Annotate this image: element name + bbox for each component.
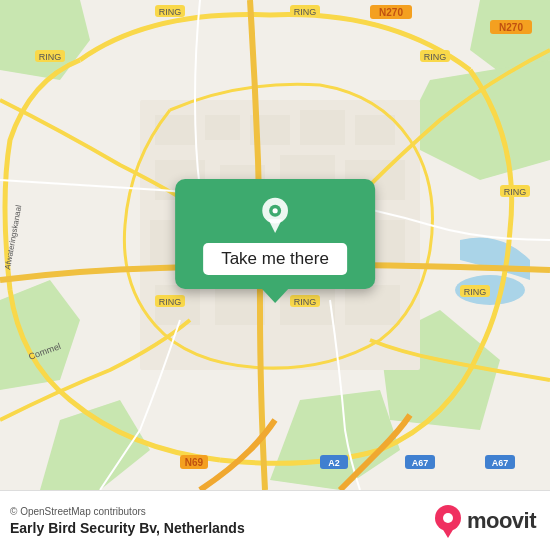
svg-marker-61 [268,219,282,233]
svg-text:RING: RING [159,7,182,17]
map-container[interactable]: RING RING RING RING RING RING RING RING … [0,0,550,490]
osm-credit: © OpenStreetMap contributors [10,506,245,517]
svg-rect-14 [355,115,395,145]
location-pin-icon [257,197,293,233]
svg-text:RING: RING [464,287,487,297]
svg-rect-26 [345,285,400,325]
popup-bubble: Take me there [175,179,375,289]
svg-text:N69: N69 [185,457,204,468]
svg-text:A67: A67 [492,458,509,468]
svg-text:RING: RING [39,52,62,62]
svg-rect-11 [205,115,240,140]
moovit-text: moovit [467,508,536,534]
footer: © OpenStreetMap contributors Early Bird … [0,490,550,550]
moovit-pin-icon [434,504,462,538]
take-me-there-button[interactable]: Take me there [203,243,347,275]
svg-point-60 [272,208,277,213]
svg-marker-64 [442,528,454,538]
svg-text:RING: RING [294,297,317,307]
svg-rect-13 [300,110,345,145]
svg-point-63 [443,513,453,523]
popup-overlay: Take me there [175,179,375,289]
moovit-logo: moovit [434,504,536,538]
svg-text:RING: RING [294,7,317,17]
svg-text:A2: A2 [328,458,340,468]
svg-text:RING: RING [504,187,527,197]
svg-text:N270: N270 [499,22,523,33]
location-name: Early Bird Security Bv, Netherlands [10,520,245,536]
svg-text:RING: RING [159,297,182,307]
svg-text:N270: N270 [379,7,403,18]
svg-text:A67: A67 [412,458,429,468]
svg-text:RING: RING [424,52,447,62]
footer-left: © OpenStreetMap contributors Early Bird … [10,506,245,536]
